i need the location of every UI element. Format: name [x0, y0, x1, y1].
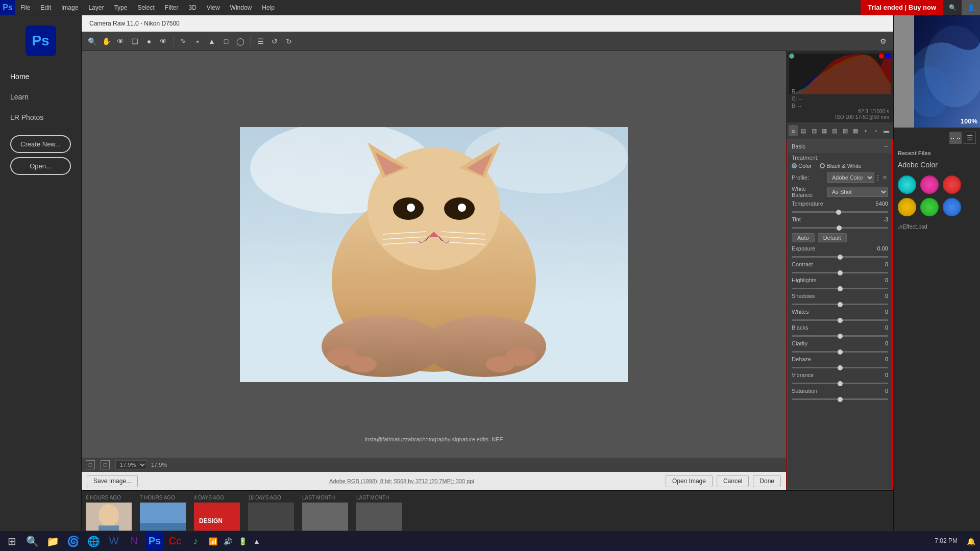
menu-filter[interactable]: Filter — [160, 0, 184, 15]
taskbar-photoshop[interactable]: Ps — [145, 532, 164, 550]
tab-detail[interactable]: ▧ — [830, 125, 839, 136]
tint-slider[interactable] — [792, 227, 888, 229]
tab-snapshots[interactable]: ▬ — [882, 125, 891, 136]
open-image-button[interactable]: Open Image — [666, 475, 713, 487]
taskbar-notification[interactable]: 🔔 — [965, 537, 977, 545]
menu-file[interactable]: File — [15, 0, 35, 15]
default-button[interactable]: Default — [818, 233, 847, 242]
bw-option[interactable]: Black & White — [820, 163, 861, 169]
open-button[interactable]: Open... — [10, 157, 71, 175]
brush-tool[interactable]: ✎ — [177, 35, 189, 47]
zoom-select[interactable]: 17.9% — [115, 460, 147, 469]
tab-split-tone[interactable]: ▦ — [820, 125, 829, 136]
swatch-red[interactable] — [943, 176, 961, 194]
done-button[interactable]: Done — [753, 475, 781, 487]
swatch-cyan[interactable] — [898, 176, 916, 194]
zoom-tool[interactable]: 🔍 — [86, 35, 98, 47]
blacks-slider[interactable] — [792, 335, 888, 337]
taskbar-volume[interactable]: 🔊 — [222, 537, 234, 545]
recent-file-1[interactable]: .nEffect.psd — [898, 222, 976, 231]
menu-view[interactable]: View — [202, 0, 225, 15]
save-image-button[interactable]: Save Image... — [87, 475, 138, 487]
menu-window[interactable]: Window — [225, 0, 257, 15]
taskbar-onenote[interactable]: N — [125, 532, 143, 550]
list-view-button[interactable]: ☰ — [964, 132, 976, 144]
taskbar-explorer[interactable]: 📁 — [43, 532, 62, 550]
profile-select[interactable]: Adobe Color — [827, 172, 874, 183]
color-radio[interactable] — [792, 163, 797, 168]
vibrance-slider[interactable] — [792, 383, 888, 384]
clarity-slider[interactable] — [792, 351, 888, 353]
settings-icon[interactable]: ⚙ — [877, 35, 889, 47]
swatch-blue[interactable] — [943, 198, 961, 216]
rotate-ccw[interactable]: ↺ — [268, 35, 281, 47]
taskbar-cortana[interactable]: 🌀 — [64, 532, 82, 550]
swatch-green[interactable] — [920, 198, 939, 216]
menu-help[interactable]: Help — [257, 0, 280, 15]
taskbar-battery[interactable]: 🔋 — [236, 537, 249, 545]
hand-tool[interactable]: ✋ — [100, 35, 112, 47]
tab-hsl[interactable]: ▥ — [810, 125, 819, 136]
sidebar-item-learn[interactable]: Learn — [0, 87, 81, 107]
oval-tool[interactable]: ◯ — [234, 35, 247, 47]
trial-ended-button[interactable]: Trial ended | Buy now — [861, 0, 943, 15]
taskbar-search[interactable]: 🔍 — [23, 532, 41, 550]
heal-tool[interactable]: ● — [143, 35, 155, 47]
user-button[interactable]: 👤 — [962, 0, 980, 15]
sidebar-item-lr-photos[interactable]: LR Photos — [0, 107, 81, 128]
eyedropper-tool[interactable]: 👁 — [114, 35, 127, 47]
swatch-yellow[interactable] — [898, 198, 916, 216]
search-button[interactable]: 🔍 — [943, 0, 962, 15]
swatch-magenta[interactable] — [920, 176, 939, 194]
create-new-button[interactable]: Create New... — [10, 135, 71, 153]
tab-lens[interactable]: ▨ — [840, 125, 849, 136]
menu-layer[interactable]: Layer — [83, 0, 109, 15]
tab-calibration[interactable]: ▪ — [861, 125, 870, 136]
whites-slider[interactable] — [792, 319, 888, 321]
taskbar-up-arrow[interactable]: ▲ — [251, 537, 262, 545]
exposure-slider[interactable] — [792, 256, 888, 258]
footer-view-toggle-1[interactable]: □ — [86, 460, 95, 469]
menu-select[interactable]: Select — [132, 0, 159, 15]
list-tool[interactable]: ☰ — [254, 35, 266, 47]
taskbar-wifi[interactable]: 📶 — [207, 537, 219, 545]
taskbar-clock[interactable]: 7:02 PM — [929, 537, 963, 545]
bw-radio[interactable] — [820, 163, 825, 168]
profile-grid-button[interactable]: ⋮ — [874, 172, 881, 183]
auto-button[interactable]: Auto — [792, 233, 815, 242]
cancel-button[interactable]: Cancel — [717, 475, 749, 487]
tab-presets[interactable]: ▫ — [871, 125, 880, 136]
collapse-icon[interactable]: − — [884, 142, 888, 151]
gradient-tool[interactable]: ▪ — [191, 35, 204, 47]
menu-type[interactable]: Type — [109, 0, 132, 15]
profile-list-button[interactable]: ≡ — [881, 172, 889, 183]
rect-tool[interactable]: □ — [220, 35, 232, 47]
filter-tool[interactable]: ▲ — [206, 35, 218, 47]
taskbar-spotify[interactable]: ♪ — [186, 532, 205, 550]
saturation-slider[interactable] — [792, 398, 888, 400]
color-option[interactable]: Color — [792, 163, 812, 169]
wb-select[interactable]: As Shot — [827, 187, 888, 197]
taskbar-edge[interactable]: 🌐 — [84, 532, 103, 550]
shadows-slider[interactable] — [792, 304, 888, 305]
footer-view-toggle-2[interactable]: □ — [101, 460, 110, 469]
menu-3d[interactable]: 3D — [183, 0, 201, 15]
highlights-slider[interactable] — [792, 288, 888, 289]
taskbar-start[interactable]: ⊞ — [3, 532, 21, 550]
tab-basic[interactable]: ☼ — [789, 125, 798, 136]
taskbar-creative-cloud[interactable]: Cc — [166, 532, 184, 550]
menu-edit[interactable]: Edit — [35, 0, 56, 15]
redeye-tool[interactable]: 👁 — [157, 35, 169, 47]
contrast-slider[interactable] — [792, 272, 888, 273]
tab-effects[interactable]: ▩ — [851, 125, 860, 136]
grid-view-button[interactable]: ∙∙ ∙∙ — [949, 132, 962, 144]
sidebar-item-home[interactable]: Home — [0, 66, 81, 87]
rotate-cw[interactable]: ↻ — [283, 35, 295, 47]
tab-tone-curve[interactable]: ▤ — [799, 125, 808, 136]
crop-tool[interactable]: ❏ — [129, 35, 141, 47]
dehaze-slider[interactable] — [792, 367, 888, 368]
color-profile-info[interactable]: Adobe RGB (1998); 8 bit; 5568 by 3712 (2… — [142, 478, 662, 484]
temperature-slider[interactable] — [792, 211, 888, 213]
taskbar-word[interactable]: W — [105, 532, 123, 550]
menu-image[interactable]: Image — [56, 0, 83, 15]
